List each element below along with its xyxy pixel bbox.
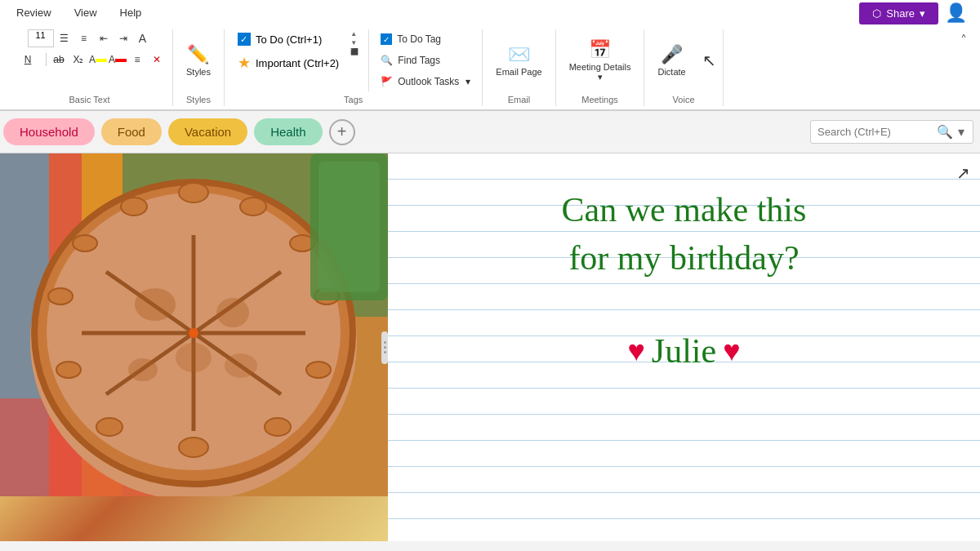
ribbon: Review View Help ⬡ Share ▾ 👤 11 ☰ ≡ ⇤ ⇥ … xyxy=(0,0,980,111)
tab-review[interactable]: Review xyxy=(7,3,61,24)
tab-health[interactable]: Health xyxy=(254,118,322,145)
account-icon[interactable]: 👤 xyxy=(945,2,967,24)
svg-rect-33 xyxy=(318,162,380,292)
search-box: 🔍 ▾ xyxy=(810,120,973,144)
divider xyxy=(46,53,47,66)
note-signature: ♥ Julie ♥ xyxy=(412,331,956,371)
heart-right-icon: ♥ xyxy=(723,334,740,368)
share-dropdown-icon: ▾ xyxy=(920,7,925,20)
todo-tag-icon: ✓ xyxy=(381,33,392,45)
svg-point-24 xyxy=(48,288,73,304)
svg-point-22 xyxy=(96,418,122,436)
email-page-button[interactable]: ✉️ Email Page xyxy=(489,36,548,85)
note-text: Can we make this for my birthday? ♥ Juli… xyxy=(412,186,956,371)
group-tags: ✓ To Do (Ctrl+1) ★ Important (Ctrl+2) ▲ … xyxy=(225,29,483,106)
left-panel xyxy=(0,153,388,541)
styles-button[interactable]: ✏️ Styles xyxy=(180,36,217,85)
find-tags-icon: 🔍 xyxy=(381,55,393,66)
svg-point-28 xyxy=(216,298,249,327)
outlook-tasks-icon: 🚩 xyxy=(381,76,393,87)
search-dropdown-icon[interactable]: ▾ xyxy=(958,124,964,140)
svg-point-26 xyxy=(121,198,147,216)
group-meetings: 📅 Meeting Details ▾ Meetings xyxy=(556,29,645,106)
tag-scroll-btns: ▲ ▼ ⬛ xyxy=(347,29,362,56)
tab-food[interactable]: Food xyxy=(101,118,162,145)
svg-point-21 xyxy=(179,438,208,457)
microphone-icon: 🎤 xyxy=(661,44,683,65)
svg-point-27 xyxy=(135,288,176,321)
list-bullets-btn[interactable]: ☰ xyxy=(56,29,74,47)
email-label: Email xyxy=(508,91,531,106)
scroll-up-btn[interactable]: ▲ xyxy=(347,29,362,38)
right-panel: Can we make this for my birthday? ♥ Juli… xyxy=(388,153,980,541)
ribbon-tab-bar: Review View Help ⬡ Share ▾ 👤 xyxy=(0,0,980,26)
calendar-icon: 📅 xyxy=(589,39,611,60)
dictate-button[interactable]: 🎤 Dictate xyxy=(651,36,692,85)
strikethrough-btn[interactable]: ab xyxy=(50,51,68,69)
highlight-color xyxy=(96,59,107,62)
expand-button[interactable]: ↗ xyxy=(956,163,970,183)
tab-help[interactable]: Help xyxy=(110,3,152,24)
add-tab-btn[interactable]: + xyxy=(329,119,355,145)
outlook-tasks-btn[interactable]: 🚩 Outlook Tasks ▾ xyxy=(376,72,475,91)
font-size-input[interactable]: 11 xyxy=(28,29,54,47)
share-button[interactable]: ⬡ Share ▾ xyxy=(859,2,938,24)
svg-point-19 xyxy=(306,362,331,378)
svg-point-15 xyxy=(179,183,208,202)
todo-tag-btn[interactable]: ✓ To Do (Ctrl+1) xyxy=(231,29,345,49)
font-color xyxy=(115,59,127,62)
svg-point-25 xyxy=(73,235,97,251)
outlook-tasks-dropdown[interactable]: ▾ xyxy=(466,76,470,87)
tags-label: Tags xyxy=(344,91,363,106)
group-email: ✉️ Email Page Email xyxy=(483,29,555,106)
todo-checkbox-icon: ✓ xyxy=(238,33,251,46)
meetings-label: Meetings xyxy=(581,91,618,106)
share-icon: ⬡ xyxy=(872,7,881,20)
style-normal-btn[interactable]: N xyxy=(13,51,42,69)
tab-view[interactable]: View xyxy=(65,3,107,24)
cursor-icon: ↖ xyxy=(702,51,716,70)
lined-paper: Can we make this for my birthday? ♥ Juli… xyxy=(388,153,980,541)
clear-format-btn[interactable]: A xyxy=(134,29,152,47)
svg-point-20 xyxy=(265,418,291,436)
styles-icon: ✏️ xyxy=(187,44,209,65)
indent-decrease-btn[interactable]: ⇤ xyxy=(95,29,113,47)
clear-btn[interactable]: ✕ xyxy=(148,51,166,69)
meeting-dropdown[interactable]: ▾ xyxy=(598,72,603,82)
styles-label: Styles xyxy=(186,91,211,106)
subscript-btn[interactable]: X₂ xyxy=(69,51,87,69)
group-styles: ✏️ Styles Styles xyxy=(173,29,225,106)
meeting-details-button[interactable]: 📅 Meeting Details ▾ xyxy=(563,36,638,85)
scroll-down-btn[interactable]: ▼ xyxy=(347,38,362,47)
svg-point-30 xyxy=(128,358,158,381)
note-line1: Can we make this for my birthday? xyxy=(412,186,956,282)
highlight-btn[interactable]: A xyxy=(89,51,107,69)
tab-vacation[interactable]: Vacation xyxy=(168,118,247,145)
svg-point-23 xyxy=(56,362,81,378)
font-color-btn[interactable]: A xyxy=(109,51,127,69)
indent-increase-btn[interactable]: ⇥ xyxy=(114,29,132,47)
svg-point-31 xyxy=(225,353,257,378)
basic-text-label: Basic Text xyxy=(69,91,110,106)
search-input[interactable] xyxy=(817,126,932,138)
pie-image xyxy=(0,153,388,541)
heart-left-icon: ♥ xyxy=(627,334,644,368)
svg-point-14 xyxy=(189,328,198,338)
group-basic-text: 11 ☰ ≡ ⇤ ⇥ A N ab X₂ A xyxy=(7,29,173,106)
group-voice: 🎤 Dictate ↖ Voice xyxy=(644,29,723,106)
find-tags-btn[interactable]: 🔍 Find Tags xyxy=(376,51,475,70)
email-icon: ✉️ xyxy=(508,44,530,65)
list-numbers-btn[interactable]: ≡ xyxy=(75,29,93,47)
scroll-expand-btn[interactable]: ⬛ xyxy=(347,47,362,56)
todo-tag-btn2[interactable]: ✓ To Do Tag xyxy=(376,29,475,49)
ribbon-content: 11 ☰ ≡ ⇤ ⇥ A N ab X₂ A xyxy=(0,26,980,110)
important-tag-btn[interactable]: ★ Important (Ctrl+2) xyxy=(231,51,345,75)
svg-point-16 xyxy=(240,198,266,216)
notebook-tabs: Household Food Vacation Health + 🔍 ▾ xyxy=(0,111,980,153)
align-btn[interactable]: ≡ xyxy=(128,51,146,69)
star-icon: ★ xyxy=(238,54,251,72)
search-icon[interactable]: 🔍 xyxy=(937,124,953,140)
tab-household[interactable]: Household xyxy=(3,118,95,145)
main-content: Can we make this for my birthday? ♥ Juli… xyxy=(0,153,980,541)
ribbon-collapse-btn[interactable]: ˄ xyxy=(954,29,973,51)
